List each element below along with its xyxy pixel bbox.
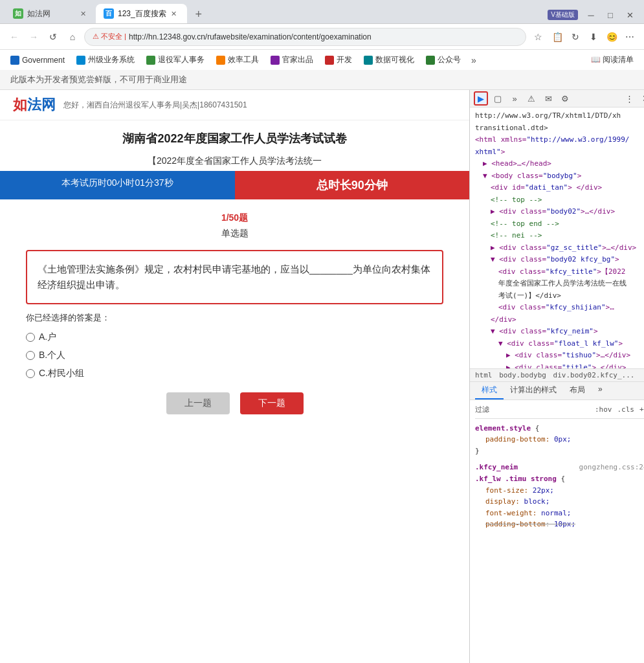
style-filter-input[interactable] (492, 406, 592, 414)
html-line: ▼ <body class="bodybg"> (475, 170, 644, 183)
breadcrumb-body[interactable]: body.bodybg (499, 371, 546, 379)
toolbar-icons: 📋 ↻ ⬇ 😊 ⋯ (550, 29, 638, 45)
devtools-more-panels-icon[interactable]: » (507, 91, 522, 106)
style-selector-label: element.style { (475, 423, 644, 434)
bookmark-state-business[interactable]: 州级业务系统 (71, 53, 140, 67)
option-c[interactable]: C.村民小组 (26, 368, 443, 379)
devtools-panel: ▶ ▢ » ⚠ ✉ ⚙ ⋮ ✕ http://www.w3.org/TR/xht… (469, 90, 644, 663)
question-box: 《土地管理法实施条例》规定，农村村民申请宅基地的，应当以________为单位向… (26, 250, 443, 304)
address-bar: ← → ↺ ⌂ ⚠ 不安全 | http://hn.12348.gov.cn/r… (0, 23, 644, 49)
collections-icon[interactable]: 📋 (550, 29, 565, 45)
tab-baidu[interactable]: 百 123_百度搜索 ✕ (96, 4, 187, 23)
option-b[interactable]: B.个人 (26, 350, 443, 361)
html-line: ▶ <div class="title">…</div> (475, 362, 644, 369)
refresh-button[interactable]: ↺ (45, 29, 61, 45)
devtools-warning-icon[interactable]: ⚠ (524, 91, 539, 106)
main-area: 如法网 您好，湘西自治州退役军人事务局|吴杰|18607431501 湖南省20… (0, 90, 644, 663)
option-a[interactable]: A.户 (26, 332, 443, 343)
sync-icon[interactable]: ↻ (568, 29, 583, 45)
bookmark-government[interactable]: Government (5, 54, 70, 66)
answer-selected-label: 你已经选择的答案是： (26, 312, 443, 324)
devtools-box-inspect-icon[interactable]: ▢ (491, 91, 505, 106)
html-line: transitional.dtd> (475, 122, 644, 135)
html-line: <!-- top --> (475, 194, 644, 207)
style-prop-display: display: block; (475, 496, 644, 508)
element-style-section: element.style { padding-bottom: 0px; } (475, 423, 644, 457)
bookmark-icon (271, 56, 280, 65)
devtools-breadcrumb[interactable]: html body.bodybg div.body02.kfcy_... (470, 368, 644, 381)
version-badge: V基础版 (548, 10, 578, 20)
bookmark-efficiency[interactable]: 效率工具 (211, 53, 264, 67)
timer-total: 总时长90分钟 (235, 171, 470, 199)
user-icon[interactable]: 😊 (604, 29, 619, 45)
bookmark-icon (76, 56, 85, 65)
devtools-message-icon[interactable]: ✉ (541, 91, 555, 106)
breadcrumb-div[interactable]: div.body02.kfcy_... (553, 371, 635, 379)
html-line: <div class="kfcy_shijian">… (475, 302, 644, 314)
pseudo-hov[interactable]: :hov (595, 404, 612, 416)
tab-close-rufawang[interactable]: ✕ (78, 8, 88, 19)
new-tab-button[interactable]: + (190, 5, 208, 23)
exam-timer-row: 本考试历时00小时01分37秒 总时长90分钟 (0, 171, 469, 199)
site-user-info: 您好，湘西自治州退役军人事务局|吴杰|18607431501 (63, 100, 247, 111)
kfcy-neim-section: .kfcy_neim gongzheng.css:241 .kf_lw .tim… (475, 462, 644, 530)
tab-styles[interactable]: 样式 (475, 382, 504, 399)
devtools-overflow-icon[interactable]: ⋮ (622, 91, 636, 106)
maximize-button[interactable]: □ (601, 9, 619, 21)
tab-more[interactable]: » (592, 382, 609, 399)
tab-computed[interactable]: 计算出的样式 (504, 382, 563, 399)
minimize-button[interactable]: ─ (582, 9, 600, 21)
home-button[interactable]: ⌂ (65, 29, 80, 45)
prev-question-button[interactable]: 上一题 (166, 392, 230, 414)
question-area: 1/50题 单选题 《土地管理法实施条例》规定，农村村民申请宅基地的，应当以__… (0, 199, 469, 427)
close-window-button[interactable]: ✕ (621, 9, 639, 21)
bookmark-star-icon[interactable]: ☆ (530, 29, 546, 45)
url-text: http://hn.12348.gov.cn/rufawebsite/exami… (129, 32, 372, 41)
html-line: ▶ <div class="gz_sc_title">…</div> (475, 242, 644, 254)
settings-icon[interactable]: ⋯ (622, 29, 638, 45)
html-line: <html xmlns="http://www.w3.org/1999/ (475, 134, 644, 146)
devtools-bottom-tabs: 样式 计算出的样式 布局 » (470, 381, 644, 400)
next-question-button[interactable]: 下一题 (240, 392, 304, 414)
add-style-btn[interactable]: + (639, 404, 644, 416)
devtools-html-viewer[interactable]: http://www.w3.org/TR/xhtml1/DTD/xh trans… (470, 107, 644, 368)
devtools-settings-icon[interactable]: ⚙ (558, 91, 572, 106)
style-prop-fontweight: font-weight: normal; (475, 508, 644, 519)
tab-title-rufawang: 如法网 (27, 8, 75, 19)
url-input[interactable]: ⚠ 不安全 | http://hn.12348.gov.cn/rufawebsi… (84, 28, 526, 46)
forward-button[interactable]: → (26, 29, 41, 45)
browser-chrome: 如 如法网 ✕ 百 123_百度搜索 ✕ + V基础版 ─ □ ✕ ← → ↺ … (0, 0, 644, 90)
download-icon[interactable]: ⬇ (586, 29, 601, 45)
bookmarks-bar: Government 州级业务系统 退役军人事务 效率工具 官家出品 开发 数据… (0, 49, 644, 70)
tab-icon-rufawang: 如 (13, 8, 23, 19)
html-line: ▼ <div class="body02 kfcy_bg"> (475, 254, 644, 266)
tab-rufawang[interactable]: 如 如法网 ✕ (5, 4, 96, 23)
bookmarks-more-button[interactable]: » (467, 54, 480, 67)
bookmark-wechat[interactable]: 公众号 (421, 53, 466, 67)
reading-list-button[interactable]: 📖阅读清单 (586, 53, 639, 67)
style-prop-padding: padding-bottom: 0px; (475, 434, 644, 445)
exam-subtitle: 【2022年度全省国家工作人员学法考法统一 (0, 152, 469, 171)
webpage-content: 如法网 您好，湘西自治州退役军人事务局|吴杰|18607431501 湖南省20… (0, 90, 469, 663)
bookmark-dev[interactable]: 开发 (320, 53, 357, 67)
html-line: ▶ <head>…</head> (475, 158, 644, 170)
question-type: 单选题 (26, 228, 443, 240)
back-button[interactable]: ← (6, 29, 22, 45)
bookmark-icon (10, 56, 19, 65)
tab-close-baidu[interactable]: ✕ (169, 8, 179, 19)
html-line: </div> (475, 314, 644, 326)
pseudo-cls[interactable]: .cls (617, 404, 634, 416)
option-radio-a[interactable] (26, 333, 35, 342)
bookmark-veteran[interactable]: 退役军人事务 (141, 53, 210, 67)
breadcrumb-html[interactable]: html (475, 371, 493, 379)
option-radio-b[interactable] (26, 351, 35, 360)
html-line: 年度全省国家工作人员学法考法统一在线 (475, 278, 644, 290)
devtools-cursor-icon[interactable]: ▶ (474, 91, 488, 106)
navigation-buttons: 上一题 下一题 (26, 392, 443, 414)
bookmark-dataviz[interactable]: 数据可视化 (359, 53, 419, 67)
option-radio-c[interactable] (26, 369, 35, 378)
html-line: ▼ <div class="float_l kf_lw"> (475, 338, 644, 350)
devtools-close-icon[interactable]: ✕ (639, 91, 644, 106)
bookmark-official[interactable]: 官家出品 (265, 53, 318, 67)
tab-layout[interactable]: 布局 (563, 382, 592, 399)
